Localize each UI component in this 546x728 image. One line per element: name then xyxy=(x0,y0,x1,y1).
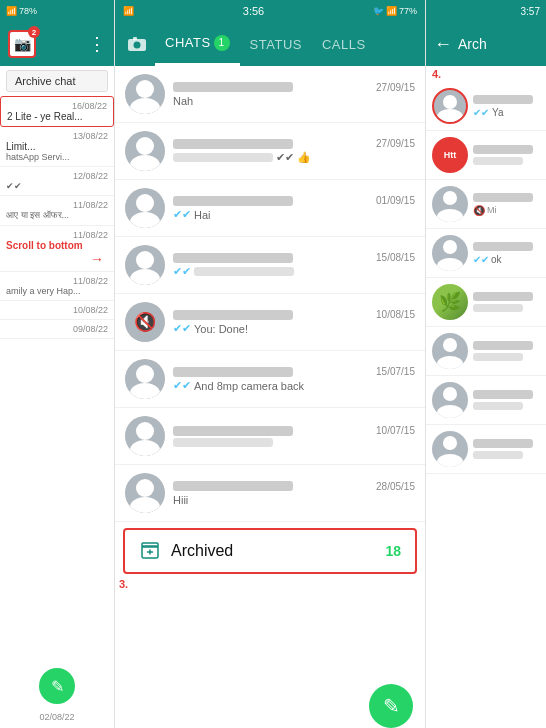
archived-button[interactable]: Archived 18 xyxy=(123,528,417,574)
signal-bars: 📶 xyxy=(386,6,397,16)
archived-label: Archived xyxy=(171,542,375,560)
chat-bottom-row: ✔✔ And 8mp camera back xyxy=(173,379,415,392)
list-item[interactable]: 28/05/15 Hiii xyxy=(115,465,425,522)
chat-preview: amily a very Hap... xyxy=(6,286,108,296)
chat-name-blur xyxy=(473,145,533,154)
list-item[interactable] xyxy=(426,327,546,376)
list-item[interactable]: 09/08/22 xyxy=(0,320,114,339)
list-item[interactable]: Htt xyxy=(426,131,546,180)
camera-button[interactable] xyxy=(123,30,151,58)
chat-preview: ✔✔ 👍 xyxy=(276,151,311,164)
tab-chats[interactable]: CHATS 1 xyxy=(155,22,240,66)
chat-name-blur xyxy=(173,367,293,377)
list-item[interactable]: ✔✔ ok xyxy=(426,229,546,278)
avatar xyxy=(432,235,468,271)
right-header: ← Arch xyxy=(426,22,546,66)
list-item[interactable]: 15/07/15 ✔✔ And 8mp camera back xyxy=(115,351,425,408)
chat-bottom-row: Nah xyxy=(173,95,415,107)
avatar xyxy=(432,186,468,222)
header-tabs: CHATS 1 STATUS CALLS xyxy=(155,22,417,66)
chat-bottom-row: 🔇 Mi xyxy=(473,205,540,216)
list-item[interactable]: 🔇 10/08/15 ✔✔ You: Done! xyxy=(115,294,425,351)
compose-fab[interactable]: ✎ xyxy=(369,684,413,728)
chat-preview: Ya xyxy=(492,107,504,118)
avatar xyxy=(432,333,468,369)
chat-name-blur xyxy=(173,82,293,92)
chat-date: 16/08/22 xyxy=(7,101,107,111)
chat-content: 15/08/15 ✔✔ xyxy=(173,252,415,278)
list-item[interactable]: 01/09/15 ✔✔ Hai xyxy=(115,180,425,237)
chat-preview-blur xyxy=(473,157,523,165)
tab-calls[interactable]: CALLS xyxy=(312,22,376,66)
chat-preview-blur xyxy=(173,153,273,162)
chat-preview: ✔✔ xyxy=(6,181,108,191)
chat-bottom-row: Hiii xyxy=(173,494,415,506)
chat-name-blur xyxy=(173,253,293,263)
list-item[interactable] xyxy=(426,425,546,474)
compose-fab[interactable]: ✎ xyxy=(39,668,75,704)
chat-content xyxy=(473,145,540,165)
message-tick: ✔✔ xyxy=(173,208,191,221)
archived-section: Archived 18 3. xyxy=(115,528,425,574)
chat-date: 11/08/22 xyxy=(6,276,108,286)
list-item[interactable]: 11/08/22 amily a very Hap... xyxy=(0,272,114,301)
chat-content: 27/09/15 Nah xyxy=(173,82,415,107)
chat-top-row: 27/09/15 xyxy=(173,138,415,149)
list-item[interactable] xyxy=(426,376,546,425)
middle-panel: 📶 3:56 🐦 📶 77% CHATS 1 STATUS xyxy=(115,0,425,728)
message-tick: ✔✔ xyxy=(473,107,489,118)
chat-name: 2 Lite - ye Real... xyxy=(7,111,107,122)
chat-content: ✔✔ ok xyxy=(473,242,540,265)
avatar xyxy=(432,88,468,124)
more-options-icon[interactable]: ⋮ xyxy=(88,33,106,55)
battery-status: 77% xyxy=(399,6,417,16)
chat-name-blur xyxy=(173,310,293,320)
list-item[interactable]: 16/08/22 2 Lite - ye Real... xyxy=(0,96,114,127)
avatar xyxy=(125,359,165,399)
chat-content: 28/05/15 Hiii xyxy=(173,481,415,506)
middle-header: CHATS 1 STATUS CALLS xyxy=(115,22,425,66)
list-item[interactable]: 27/09/15 Nah xyxy=(115,66,425,123)
list-item[interactable]: 13/08/22 Limit... hatsApp Servi... xyxy=(0,127,114,167)
list-item[interactable]: ✔✔ Ya xyxy=(426,82,546,131)
list-item[interactable]: 12/08/22 ✔✔ xyxy=(0,167,114,196)
list-item[interactable]: 27/09/15 ✔✔ 👍 xyxy=(115,123,425,180)
chat-preview-blur xyxy=(473,451,523,459)
chat-date: 10/08/15 xyxy=(376,309,415,320)
list-item[interactable]: 10/07/15 xyxy=(115,408,425,465)
right-status-time: 3:57 xyxy=(521,6,540,17)
chat-preview: आए या इस ऑफर... xyxy=(6,210,108,221)
list-item[interactable]: 11/08/22 आए या इस ऑफर... xyxy=(0,196,114,226)
chat-name: Limit... xyxy=(6,141,108,152)
svg-rect-2 xyxy=(133,37,137,40)
muted-icon: 🔇 xyxy=(473,205,485,216)
avatar xyxy=(125,245,165,285)
middle-status-bar: 📶 3:56 🐦 📶 77% xyxy=(115,0,425,22)
chat-top-row: 28/05/15 xyxy=(173,481,415,492)
tab-status[interactable]: STATUS xyxy=(240,22,312,66)
message-tick: ✔✔ xyxy=(173,379,191,392)
list-item[interactable]: 🌿 xyxy=(426,278,546,327)
scroll-to-bottom-label: Scroll to bottom xyxy=(6,240,108,251)
list-item[interactable]: 15/08/15 ✔✔ xyxy=(115,237,425,294)
chat-top-row: 27/09/15 xyxy=(173,82,415,93)
chat-bottom-row: ✔✔ You: Done! xyxy=(173,322,415,335)
list-item[interactable]: 10/08/22 xyxy=(0,301,114,320)
list-item[interactable]: 🔇 Mi xyxy=(426,180,546,229)
back-button[interactable]: ← xyxy=(434,34,452,55)
left-panel: 📶 78% 📷 2 ⋮ Archive chat 16/08/22 2 Lite… xyxy=(0,0,115,728)
list-item[interactable]: 11/08/22 Scroll to bottom → xyxy=(0,226,114,272)
middle-bottom-bar: ✎ xyxy=(115,684,425,728)
chats-badge: 1 xyxy=(214,35,230,51)
chat-name-blur xyxy=(473,95,533,104)
left-status-bar: 📶 78% xyxy=(0,0,114,22)
message-tick: ✔✔ xyxy=(173,265,191,278)
chat-date: 10/07/15 xyxy=(376,425,415,436)
compose-icon: ✎ xyxy=(51,677,64,696)
avatar xyxy=(432,431,468,467)
chat-bottom-row: ✔✔ 👍 xyxy=(173,151,415,164)
status-time: 3:56 xyxy=(134,5,373,17)
sim-icon: 📶 xyxy=(123,6,134,16)
left-chat-list: 16/08/22 2 Lite - ye Real... 13/08/22 Li… xyxy=(0,96,114,654)
chat-preview: And 8mp camera back xyxy=(194,380,304,392)
